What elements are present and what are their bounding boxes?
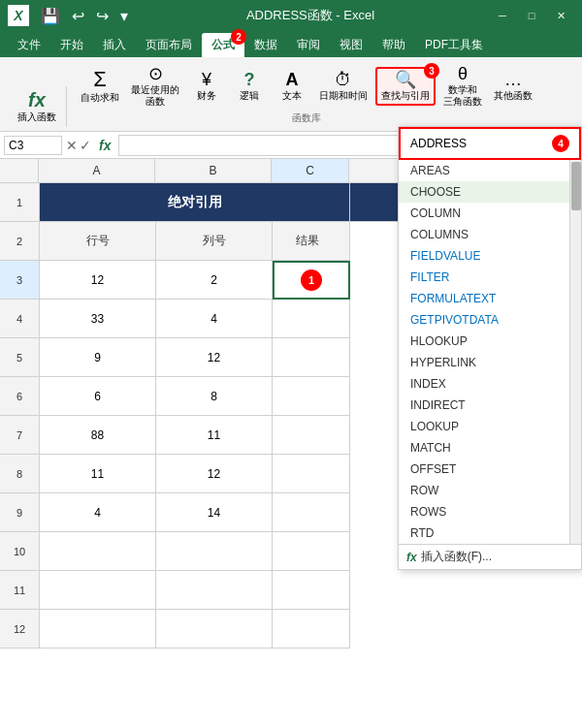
dropdown-item-filter[interactable]: FILTER bbox=[399, 267, 581, 288]
dropdown-item-index[interactable]: INDEX bbox=[399, 373, 581, 395]
cell-b7[interactable]: 11 bbox=[156, 416, 273, 455]
cell-c11[interactable] bbox=[273, 571, 350, 610]
tab-pagelayout[interactable]: 页面布局 bbox=[136, 33, 202, 57]
insert-func-btn[interactable]: fx 插入函数 bbox=[14, 88, 60, 125]
more-btn[interactable]: ▾ bbox=[116, 5, 132, 27]
cell-b10[interactable] bbox=[156, 532, 273, 571]
cell-badge-c3: 1 bbox=[301, 269, 322, 291]
cell-b2[interactable]: 列号 bbox=[156, 222, 273, 261]
dropdown-item-offset[interactable]: OFFSET bbox=[399, 459, 581, 480]
cell-c12[interactable] bbox=[273, 610, 350, 649]
dropdown-item-choose[interactable]: CHOOSE bbox=[399, 181, 581, 203]
recent-btn[interactable]: ⊙ 最近使用的函数 bbox=[127, 63, 183, 110]
dropdown-item-rows[interactable]: ROWS bbox=[399, 501, 581, 522]
theta-icon: θ bbox=[458, 65, 468, 82]
redo-btn[interactable]: ↪ bbox=[92, 5, 113, 27]
tab-home[interactable]: 开始 bbox=[50, 33, 93, 57]
dropdown-scrollbar[interactable] bbox=[569, 160, 581, 544]
cell-b3[interactable]: 2 bbox=[156, 261, 273, 300]
ribbon-content: fx 插入函数 Σ 自动求和 ⊙ 最近使用的函数 ¥ 财务 ? 逻辑 A bbox=[0, 57, 582, 132]
cell-b8[interactable]: 12 bbox=[156, 455, 273, 493]
cancel-formula-icon[interactable]: ✕ bbox=[66, 138, 78, 153]
cell-c6[interactable] bbox=[273, 377, 350, 416]
minimize-btn[interactable]: ─ bbox=[489, 5, 516, 26]
cell-c5[interactable] bbox=[273, 338, 350, 377]
cell-b5[interactable]: 12 bbox=[156, 338, 273, 377]
text-btn[interactable]: A 文本 bbox=[273, 69, 311, 104]
cell-a9[interactable]: 4 bbox=[40, 493, 156, 532]
cell-a8[interactable]: 11 bbox=[40, 455, 156, 493]
text-icon: A bbox=[286, 71, 299, 88]
window-controls: ─ □ ✕ bbox=[489, 5, 574, 26]
cell-b9[interactable]: 14 bbox=[156, 493, 273, 532]
grid-row-1: 绝对引用 bbox=[40, 183, 428, 222]
row-header-5: 5 bbox=[0, 338, 39, 377]
dropdown-item-row[interactable]: ROW bbox=[399, 480, 581, 501]
finance-btn[interactable]: ¥ 财务 bbox=[187, 69, 226, 104]
cell-a3[interactable]: 12 bbox=[40, 261, 156, 300]
tab-help[interactable]: 帮助 bbox=[372, 33, 415, 57]
cell-c4[interactable] bbox=[273, 300, 350, 338]
dropdown-item-rtd[interactable]: RTD bbox=[399, 522, 581, 544]
grid-row-8: 11 12 bbox=[40, 455, 428, 493]
close-btn[interactable]: ✕ bbox=[547, 5, 574, 26]
cell-reference[interactable]: C3 bbox=[4, 136, 62, 155]
dropdown-header: ADDRESS 4 bbox=[399, 127, 581, 160]
math-btn[interactable]: θ 数学和三角函数 bbox=[439, 63, 486, 110]
cell-c9[interactable] bbox=[273, 493, 350, 532]
row-header-10: 10 bbox=[0, 532, 39, 571]
more-funcs-btn[interactable]: … 其他函数 bbox=[490, 69, 536, 104]
cell-a4[interactable]: 33 bbox=[40, 300, 156, 338]
confirm-formula-icon[interactable]: ✓ bbox=[80, 138, 91, 153]
tab-view[interactable]: 视图 bbox=[330, 33, 372, 57]
cell-c10[interactable] bbox=[273, 532, 350, 571]
row-header-4: 4 bbox=[0, 300, 39, 338]
dropdown-scrollthumb[interactable] bbox=[571, 162, 581, 210]
lookup-btn-container: 🔍 查找与引用 3 bbox=[375, 67, 436, 106]
datetime-btn[interactable]: ⏱ 日期和时间 bbox=[315, 69, 372, 104]
dropdown-item-match[interactable]: MATCH bbox=[399, 437, 581, 459]
cell-a6[interactable]: 6 bbox=[40, 377, 156, 416]
cell-b12[interactable] bbox=[156, 610, 273, 649]
undo-btn[interactable]: ↩ bbox=[68, 5, 88, 27]
tab-data[interactable]: 数据 bbox=[244, 33, 287, 57]
cell-a10[interactable] bbox=[40, 532, 156, 571]
more-icon: … bbox=[504, 71, 522, 88]
dropdown-item-fieldvalue[interactable]: FIELDVALUE bbox=[399, 245, 581, 267]
cell-a11[interactable] bbox=[40, 571, 156, 610]
grid-row-3: 12 2 1 bbox=[40, 261, 428, 300]
dropdown-item-formulatext[interactable]: FORMULATEXT bbox=[399, 288, 581, 309]
cell-c2[interactable]: 结果 bbox=[273, 222, 350, 261]
text-label: 文本 bbox=[282, 90, 302, 102]
dropdown-footer[interactable]: fx 插入函数(F)... bbox=[399, 544, 581, 569]
maximize-btn[interactable]: □ bbox=[518, 5, 545, 26]
cell-b11[interactable] bbox=[156, 571, 273, 610]
dropdown-item-column[interactable]: COLUMN bbox=[399, 203, 581, 224]
logic-btn[interactable]: ? 逻辑 bbox=[230, 69, 269, 104]
tab-review[interactable]: 审阅 bbox=[287, 33, 330, 57]
cell-c3[interactable]: 1 bbox=[273, 261, 350, 300]
save-btn[interactable]: 💾 bbox=[37, 5, 64, 27]
dropdown-item-hyperlink[interactable]: HYPERLINK bbox=[399, 352, 581, 373]
tab-insert[interactable]: 插入 bbox=[93, 33, 136, 57]
dropdown-item-areas[interactable]: AREAS bbox=[399, 160, 581, 181]
cell-a7[interactable]: 88 bbox=[40, 416, 156, 455]
cell-c7[interactable] bbox=[273, 416, 350, 455]
funclibrary-buttons: Σ 自动求和 ⊙ 最近使用的函数 ¥ 财务 ? 逻辑 A 文本 ⏱ 日期和时间 bbox=[77, 63, 536, 110]
dropdown-item-indirect[interactable]: INDIRECT bbox=[399, 395, 581, 416]
cell-c8[interactable] bbox=[273, 455, 350, 493]
tab-pdf[interactable]: PDF工具集 bbox=[415, 33, 493, 57]
cell-a1[interactable]: 绝对引用 bbox=[40, 183, 350, 222]
tab-file[interactable]: 文件 bbox=[8, 33, 50, 57]
dropdown-item-hlookup[interactable]: HLOOKUP bbox=[399, 331, 581, 352]
dropdown-item-getpivotdata[interactable]: GETPIVOTDATA bbox=[399, 309, 581, 331]
cell-b4[interactable]: 4 bbox=[156, 300, 273, 338]
tab-formula[interactable]: 公式 2 bbox=[202, 33, 244, 57]
autosum-btn[interactable]: Σ 自动求和 bbox=[77, 67, 123, 106]
cell-a2[interactable]: 行号 bbox=[40, 222, 156, 261]
dropdown-item-lookup[interactable]: LOOKUP bbox=[399, 416, 581, 437]
cell-b6[interactable]: 8 bbox=[156, 377, 273, 416]
cell-a12[interactable] bbox=[40, 610, 156, 649]
dropdown-item-columns[interactable]: COLUMNS bbox=[399, 224, 581, 245]
cell-a5[interactable]: 9 bbox=[40, 338, 156, 377]
